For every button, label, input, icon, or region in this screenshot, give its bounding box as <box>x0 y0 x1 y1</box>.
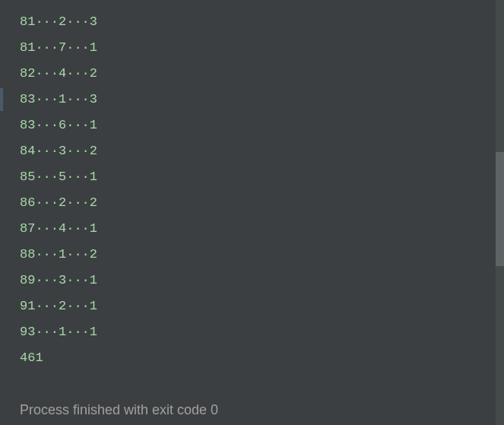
output-lines-container: 81···2···381···7···182···4···283···1···3… <box>20 9 504 345</box>
output-row: 93···1···1 <box>20 319 504 345</box>
output-row: 89···3···1 <box>20 268 504 293</box>
output-row: 83···6···1 <box>20 113 504 138</box>
output-row: 85···5···1 <box>20 164 504 190</box>
output-final: 461 <box>20 345 504 371</box>
output-row: 86···2···2 <box>20 190 504 216</box>
scrollbar-track[interactable] <box>496 0 504 425</box>
output-row: 81···7···1 <box>20 35 504 61</box>
output-row: 81···2···3 <box>20 9 504 35</box>
gutter-marker <box>0 88 3 111</box>
output-row: 88···1···2 <box>20 242 504 268</box>
console-output: 81···2···381···7···182···4···283···1···3… <box>0 0 504 425</box>
process-status: Process finished with exit code 0 <box>20 397 504 423</box>
output-row: 82···4···2 <box>20 61 504 87</box>
output-row: 84···3···2 <box>20 138 504 164</box>
scrollbar-thumb[interactable] <box>496 152 504 266</box>
output-row: 83···1···3 <box>20 87 504 113</box>
output-row: 91···2···1 <box>20 293 504 319</box>
output-row: 87···4···1 <box>20 216 504 242</box>
